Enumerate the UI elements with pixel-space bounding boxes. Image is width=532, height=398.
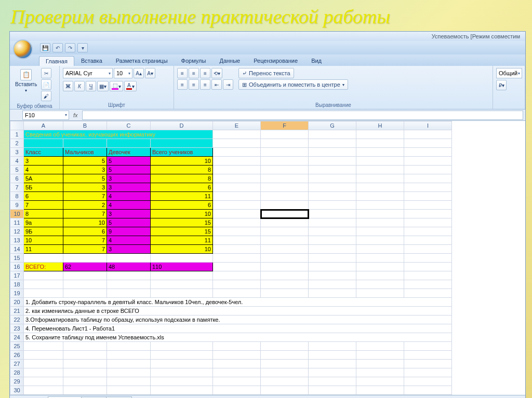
merge-center-button[interactable]: ⊞Объединить и поместить в центре▾	[238, 79, 348, 90]
row-header[interactable]: 18	[10, 280, 24, 289]
col-header-B[interactable]: B	[63, 121, 107, 130]
hdr-class[interactable]: Класс	[24, 148, 63, 157]
align-top-button[interactable]: ≡	[177, 68, 188, 78]
italic-button[interactable]: К	[74, 81, 85, 91]
row-header[interactable]: 23	[10, 324, 24, 333]
fill-color-button[interactable]: ⬚▾	[110, 81, 123, 91]
tab-review[interactable]: Рецензирование	[247, 56, 304, 66]
copy-button[interactable]: 📄	[41, 79, 51, 90]
col-header-I[interactable]: I	[404, 121, 452, 130]
row-header[interactable]: 28	[10, 368, 24, 377]
row-header[interactable]: 12	[10, 227, 24, 236]
wrap-text-button[interactable]: ⤶Перенос текста	[238, 68, 294, 78]
note-5[interactable]: 5. Сохраните таблицу под именем Успеваем…	[24, 333, 452, 342]
active-cell[interactable]	[261, 210, 309, 218]
borders-button[interactable]: ▦▾	[97, 81, 109, 91]
align-middle-button[interactable]: ≡	[189, 68, 199, 78]
col-header-D[interactable]: D	[151, 121, 213, 130]
undo-button[interactable]: ↶	[52, 43, 63, 52]
currency-button[interactable]: ₽▾	[496, 80, 507, 90]
decrease-indent-button[interactable]: ⇤	[211, 79, 222, 90]
paste-label: Вставить	[15, 81, 37, 87]
row-header[interactable]: 15	[10, 254, 24, 263]
font-size-combo[interactable]: 10	[114, 68, 132, 78]
row-header[interactable]: 4	[10, 157, 24, 166]
hdr-boys[interactable]: Мальчиков	[63, 148, 107, 157]
align-bottom-button[interactable]: ≡	[200, 68, 210, 78]
row-header[interactable]: 8	[10, 192, 24, 201]
row-header[interactable]: 21	[10, 307, 24, 315]
row-header[interactable]: 6	[10, 174, 24, 183]
office-button[interactable]	[13, 39, 33, 59]
row-header[interactable]: 22	[10, 315, 24, 324]
align-right-button[interactable]: ≡	[200, 79, 210, 90]
col-header-F[interactable]: F	[261, 121, 309, 130]
note-2[interactable]: 2. как изменились данные в строке ВСЕГО	[24, 307, 452, 315]
row-header[interactable]: 19	[10, 289, 24, 298]
row-header[interactable]: 1	[10, 130, 24, 139]
qat-dropdown[interactable]: ▾	[77, 43, 88, 52]
row-header[interactable]: 9	[10, 201, 24, 210]
underline-button[interactable]: Ч	[86, 81, 96, 91]
row-header[interactable]: 11	[10, 218, 24, 227]
tab-home[interactable]: Главная	[39, 56, 74, 66]
align-left-button[interactable]: ≡	[177, 79, 188, 90]
wrap-icon: ⤶	[242, 70, 247, 77]
font-color-button[interactable]: A▾	[124, 81, 137, 91]
row-header[interactable]: 24	[10, 333, 24, 342]
orientation-button[interactable]: ⟲▾	[211, 68, 222, 78]
number-format-combo[interactable]: Общий	[496, 68, 522, 78]
total-label[interactable]: ВСЕГО:	[24, 263, 63, 271]
col-header-A[interactable]: A	[24, 121, 63, 130]
bold-button[interactable]: Ж	[63, 81, 73, 91]
tab-data[interactable]: Данные	[212, 56, 247, 66]
col-header-H[interactable]: H	[356, 121, 404, 130]
font-family-combo[interactable]: ARIAL Cyr	[63, 68, 113, 78]
row-header[interactable]: 20	[10, 298, 24, 307]
align-center-button[interactable]: ≡	[189, 79, 199, 90]
select-all[interactable]	[10, 121, 24, 130]
tab-view[interactable]: Вид	[304, 56, 328, 66]
col-header-G[interactable]: G	[309, 121, 356, 130]
clipboard-group-label: Буфер обмена	[13, 102, 56, 109]
hdr-total[interactable]: Всего учеников	[151, 148, 213, 157]
row-header[interactable]: 2	[10, 139, 24, 148]
formula-bar-row: F10 fx	[10, 109, 525, 121]
shrink-font-button[interactable]: A▾	[145, 68, 155, 78]
row-header[interactable]: 17	[10, 271, 24, 280]
col-header-E[interactable]: E	[213, 121, 261, 130]
fx-icon[interactable]: fx	[73, 112, 78, 118]
grow-font-button[interactable]: A▴	[134, 68, 144, 78]
format-painter-button[interactable]: 🖌	[41, 91, 51, 101]
table-title[interactable]: Сведения об учениках, изучающих информат…	[24, 130, 213, 139]
col-header-C[interactable]: C	[107, 121, 151, 130]
row-header[interactable]: 27	[10, 360, 24, 368]
tab-formulas[interactable]: Формулы	[175, 56, 213, 66]
row-header[interactable]: 5	[10, 166, 24, 174]
ribbon-tabs: Главная Вставка Разметка страницы Формул…	[10, 54, 525, 66]
worksheet[interactable]: A B C D E F G H I 1Сведения об учениках,…	[10, 121, 525, 395]
row-header[interactable]: 16	[10, 263, 24, 271]
row-header[interactable]: 29	[10, 377, 24, 386]
row-header[interactable]: 10	[10, 210, 24, 218]
row-header[interactable]: 13	[10, 236, 24, 245]
note-3[interactable]: 3.Отформатировать таблицу по образцу, ис…	[24, 315, 452, 324]
tab-layout[interactable]: Разметка страницы	[109, 56, 175, 66]
hdr-girls[interactable]: Девочек	[107, 148, 151, 157]
row-header[interactable]: 7	[10, 183, 24, 192]
row-header[interactable]: 30	[10, 386, 24, 395]
name-box[interactable]: F10	[22, 111, 69, 120]
formula-bar[interactable]	[82, 111, 523, 120]
increase-indent-button[interactable]: ⇥	[223, 79, 233, 90]
tab-insert[interactable]: Вставка	[74, 56, 109, 66]
note-1[interactable]: 1. Добавить строку-параллель в девятый к…	[24, 298, 452, 307]
row-header[interactable]: 26	[10, 351, 24, 360]
row-header[interactable]: 14	[10, 245, 24, 254]
save-button[interactable]: 💾	[40, 43, 50, 52]
row-header[interactable]: 25	[10, 342, 24, 351]
cut-button[interactable]: ✂	[41, 68, 51, 78]
note-4[interactable]: 4. Переменовать Лист1 - Работа1	[24, 324, 452, 333]
row-header[interactable]: 3	[10, 148, 24, 157]
redo-button[interactable]: ↷	[65, 43, 75, 52]
paste-button[interactable]: 📋 Вставить ▾	[13, 68, 39, 94]
